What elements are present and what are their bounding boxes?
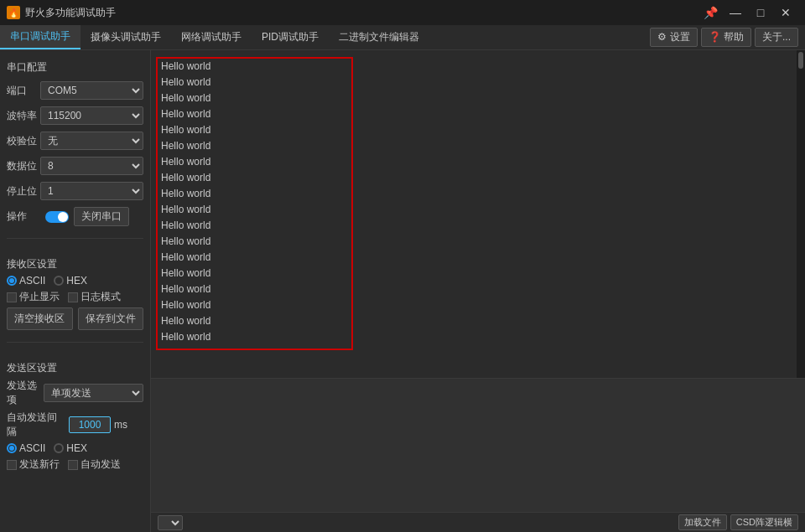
baud-select[interactable]: 115200 (40, 106, 143, 125)
send-ascii-label: ASCII (19, 442, 45, 454)
receive-line: Hello world (158, 154, 351, 170)
auto-send-label: 自动发送 (80, 457, 121, 472)
receive-line: Hello world (158, 234, 351, 250)
scrollbar-thumb[interactable] (798, 52, 803, 69)
receive-line: Hello world (158, 250, 351, 266)
baud-label: 波特率 (7, 109, 40, 123)
send-ascii-circle (7, 443, 17, 453)
hex-radio[interactable]: HEX (54, 275, 87, 287)
receive-line: Hello world (158, 122, 351, 138)
ascii-radio[interactable]: ASCII (7, 275, 45, 287)
parity-label: 校验位 (7, 134, 40, 148)
send-encoding-row: ASCII HEX (7, 442, 143, 454)
load-file-button[interactable]: 加载文件 (678, 514, 727, 530)
close-button[interactable]: ✕ (773, 0, 798, 25)
stop-bits-label: 停止位 (7, 184, 40, 199)
serial-config-title: 串口配置 (7, 60, 143, 75)
stop-display-box (7, 292, 17, 302)
log-mode-checkbox[interactable]: 日志模式 (68, 290, 121, 304)
receive-config-section: 接收区设置 ASCII HEX 停止显示 日志模式 (7, 254, 143, 333)
operation-row: 操作 关闭串口 (7, 207, 143, 226)
stop-bits-select[interactable]: 1 (40, 182, 143, 200)
send-hex-circle (54, 443, 64, 453)
save-file-button[interactable]: 保存到文件 (78, 307, 144, 330)
menu-right-buttons: ⚙ 设置 ❓ 帮助 关于... (650, 28, 805, 47)
minimize-button[interactable]: — (723, 0, 748, 25)
send-hex-label: HEX (66, 442, 87, 454)
data-bits-row: 数据位 8 (7, 157, 143, 175)
newline-box (7, 460, 17, 470)
interval-input[interactable]: 1000 (69, 416, 111, 433)
highlight-box: Hello worldHello worldHello worldHello w… (156, 57, 353, 350)
maximize-button[interactable]: □ (748, 0, 773, 25)
port-toggle[interactable] (45, 211, 69, 223)
send-mode-label: 发送选项 (7, 379, 40, 407)
sidebar: 串口配置 端口 COM5 波特率 115200 校验位 无 数据位 8 (0, 50, 151, 532)
log-mode-label: 日志模式 (80, 290, 121, 304)
operation-label: 操作 (7, 209, 40, 224)
tab-network[interactable]: 网络调试助手 (171, 25, 252, 49)
log-mode-box (68, 292, 78, 302)
data-bits-label: 数据位 (7, 159, 40, 173)
interval-label: 自动发送间隔 (7, 411, 65, 439)
newline-checkbox[interactable]: 发送新行 (7, 457, 60, 472)
hex-label: HEX (66, 275, 87, 287)
csd-button[interactable]: CSD阵逻辑横 (730, 514, 798, 530)
data-bits-select[interactable]: 8 (40, 157, 143, 175)
divider-2 (7, 342, 143, 343)
receive-line: Hello world (158, 329, 351, 345)
receive-line: Hello world (158, 281, 351, 297)
receive-line: Hello world (158, 170, 351, 186)
stop-display-label: 停止显示 (19, 290, 60, 304)
encoding-select[interactable] (158, 515, 183, 530)
receive-action-row: 清空接收区 保存到文件 (7, 307, 143, 330)
send-ascii-radio[interactable]: ASCII (7, 442, 45, 454)
scrollbar-track[interactable] (797, 50, 805, 378)
close-port-button[interactable]: 关闭串口 (74, 207, 129, 226)
pin-button[interactable]: 📌 (698, 0, 723, 25)
about-button[interactable]: 关于... (755, 28, 798, 47)
newline-label: 发送新行 (19, 457, 60, 472)
parity-select[interactable]: 无 (40, 132, 143, 150)
settings-button[interactable]: ⚙ 设置 (650, 28, 697, 47)
auto-send-checkbox[interactable]: 自动发送 (68, 457, 121, 472)
receive-text-area[interactable]: Hello worldHello worldHello worldHello w… (151, 50, 805, 378)
receive-line: Hello world (158, 313, 351, 329)
receive-line: Hello world (158, 218, 351, 234)
clear-receive-button[interactable]: 清空接收区 (7, 307, 73, 330)
send-mode-select[interactable]: 单项发送 (44, 384, 143, 402)
tab-serial[interactable]: 串口调试助手 (0, 25, 80, 49)
send-mode-row: 发送选项 单项发送 (7, 379, 143, 407)
receive-line: Hello world (158, 266, 351, 281)
main-layout: 串口配置 端口 COM5 波特率 115200 校验位 无 数据位 8 (0, 50, 805, 532)
port-label: 端口 (7, 84, 40, 98)
stop-display-checkbox[interactable]: 停止显示 (7, 290, 60, 304)
help-button[interactable]: ❓ 帮助 (701, 28, 751, 47)
receive-line: Hello world (158, 186, 351, 202)
port-row: 端口 COM5 (7, 81, 143, 100)
divider-1 (7, 238, 143, 239)
port-select[interactable]: COM5 (40, 81, 143, 100)
title-bar: 🔥 野火多功能调试助手 📌 — □ ✕ (0, 0, 805, 25)
tab-pid[interactable]: PID调试助手 (252, 25, 329, 49)
tab-binary-editor[interactable]: 二进制文件编辑器 (329, 25, 429, 49)
receive-line: Hello world (158, 138, 351, 154)
receive-encoding-row: ASCII HEX (7, 275, 143, 287)
tab-camera[interactable]: 摄像头调试助手 (80, 25, 171, 49)
receive-line: Hello world (158, 297, 351, 313)
receive-config-title: 接收区设置 (7, 257, 143, 271)
menu-bar: 串口调试助手 摄像头调试助手 网络调试助手 PID调试助手 二进制文件编辑器 ⚙… (0, 25, 805, 50)
ascii-label: ASCII (19, 275, 45, 287)
interval-row: 自动发送间隔 1000 ms (7, 411, 143, 439)
ascii-radio-circle (7, 276, 17, 286)
bottom-bar: 加载文件 CSD阵逻辑横 (151, 512, 805, 532)
receive-line: Hello world (158, 75, 351, 90)
interval-unit: ms (114, 419, 127, 431)
receive-area: Hello worldHello worldHello worldHello w… (151, 50, 805, 378)
content-area: Hello worldHello worldHello worldHello w… (151, 50, 805, 532)
hex-radio-circle (54, 276, 64, 286)
send-hex-radio[interactable]: HEX (54, 442, 87, 454)
send-text-input[interactable] (151, 379, 805, 512)
send-options-row: 发送新行 自动发送 (7, 457, 143, 472)
bottom-bar-buttons: 加载文件 CSD阵逻辑横 (678, 514, 798, 530)
